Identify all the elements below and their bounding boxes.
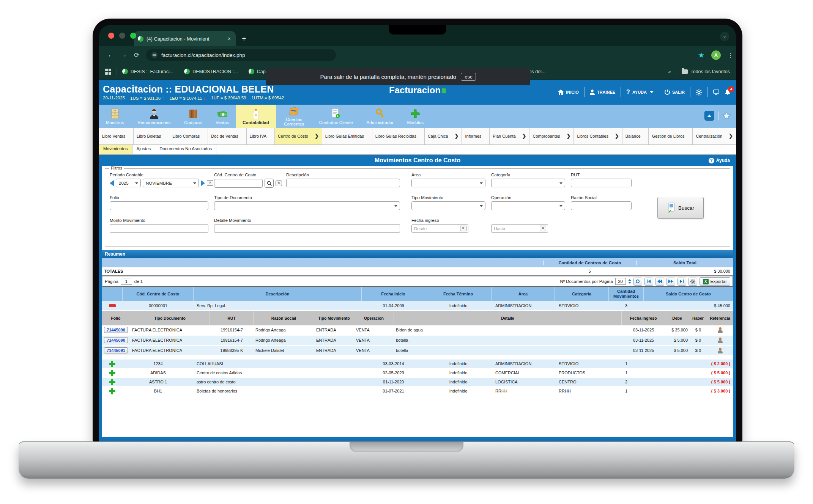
detalle-movimiento-input[interactable]: [214, 224, 400, 233]
first-page-button[interactable]: [644, 278, 653, 286]
razon-social-input[interactable]: [571, 201, 632, 210]
menu-item-contabilidad[interactable]: Contabilidad: [236, 105, 276, 128]
year-select[interactable]: 2025: [116, 179, 141, 187]
per-page-input[interactable]: [615, 278, 626, 285]
expand-row-icon[interactable]: [109, 379, 115, 385]
settings-button[interactable]: [696, 89, 702, 96]
folio-input[interactable]: [110, 201, 208, 210]
bookmark-star-icon[interactable]: ★: [698, 51, 704, 60]
menu-item-administrador[interactable]: Administrador: [360, 105, 400, 128]
menu-item-contratos-cliente[interactable]: Contratos Cliente: [312, 105, 360, 128]
close-window-button[interactable]: [108, 33, 114, 39]
operacion-select[interactable]: [491, 201, 565, 210]
ayuda-menu-button[interactable]: ? AYUDA: [626, 89, 654, 96]
subnav-centralizacion[interactable]: Centralización❯: [693, 128, 736, 144]
site-settings-icon[interactable]: [151, 52, 158, 58]
address-bar[interactable]: facturacion.cl/capacitacion/index.php: [146, 49, 336, 61]
tab-search-chevron-icon[interactable]: ⌄: [720, 32, 729, 41]
grid-settings-button[interactable]: [689, 278, 697, 286]
refresh-page-button[interactable]: [633, 278, 642, 286]
reference-user-icon[interactable]: [717, 338, 723, 343]
tab-ajustes[interactable]: Ajustes: [132, 145, 156, 154]
exportar-button[interactable]: Exportar: [700, 277, 730, 286]
expand-row-icon[interactable]: [109, 388, 115, 394]
cod-centro-input[interactable]: [214, 179, 263, 188]
collapse-row-icon[interactable]: [109, 304, 116, 307]
rut-input[interactable]: [571, 179, 632, 187]
menu-item-remuneraciones[interactable]: Remuneraciones: [131, 105, 177, 128]
reference-user-icon[interactable]: [717, 327, 723, 333]
subnav-libro-iva[interactable]: Libro IVA: [247, 128, 275, 144]
reference-user-icon[interactable]: [717, 348, 723, 353]
subnav-comprobantes[interactable]: Comprobantes❯: [529, 128, 574, 144]
subnav-plan-cuenta[interactable]: Plan Cuenta❯: [490, 128, 529, 144]
folio-button[interactable]: 71445090: [104, 337, 128, 343]
reload-icon[interactable]: ⟳: [130, 51, 143, 59]
subnav-libro-boletas[interactable]: Libro Boletas: [134, 128, 169, 144]
fullscreen-window-button[interactable]: [130, 33, 136, 39]
month-select[interactable]: NOVIEMBRE: [143, 179, 199, 187]
ayuda-link[interactable]: ? Ayuda: [709, 158, 730, 163]
user-menu-button[interactable]: TRAINEE: [590, 89, 615, 95]
last-page-button[interactable]: [678, 278, 686, 286]
favorite-star-icon[interactable]: [722, 111, 731, 120]
tipo-documento-select[interactable]: [214, 201, 400, 210]
subnav-caja-chica[interactable]: Caja Chica❯: [425, 128, 462, 144]
folio-button[interactable]: 71445090: [104, 327, 128, 333]
tab-close-icon[interactable]: ×: [227, 36, 232, 42]
next-period-icon[interactable]: [201, 180, 205, 186]
expand-row-icon[interactable]: [109, 361, 115, 367]
back-icon[interactable]: ←: [104, 51, 117, 59]
tab-movimientos[interactable]: Movimientos: [99, 145, 132, 154]
new-tab-button[interactable]: +: [242, 35, 246, 43]
bookmark-item[interactable]: DESIS :: Facturaci...: [122, 69, 173, 74]
apps-grid-icon[interactable]: [105, 69, 111, 75]
subnav-balance[interactable]: Balance: [622, 128, 649, 144]
previous-period-icon[interactable]: [110, 180, 114, 186]
subnav-gestion-de-libros[interactable]: Gestión de Libros: [649, 128, 693, 144]
subnav-libro-ventas[interactable]: Libro Ventas: [99, 128, 134, 144]
search-cod-button[interactable]: [265, 179, 274, 188]
subnav-libro-guias-emitidas[interactable]: Libro Guías Emitidas: [322, 128, 372, 144]
profile-avatar[interactable]: A: [711, 50, 721, 60]
monitor-button[interactable]: [713, 89, 719, 95]
browser-tab[interactable]: (4) Capacitacion - Movimient ×: [134, 31, 236, 46]
buscar-button[interactable]: Buscar: [657, 197, 704, 219]
subnav-centro-de-costo[interactable]: Centro de Costo❯: [275, 128, 322, 144]
clear-cod-icon[interactable]: [276, 181, 282, 186]
menu-item-maestros[interactable]: Maestros: [99, 105, 131, 128]
clear-desde-icon[interactable]: [460, 226, 466, 231]
bookmarks-overflow-chevron[interactable]: »: [668, 69, 671, 74]
all-favorites-button[interactable]: Todos los favoritos: [682, 69, 730, 74]
menu-item-ventas[interactable]: Ventas: [209, 105, 236, 128]
subnav-libro-compras[interactable]: Libro Compras: [169, 128, 208, 144]
clear-periodo-icon[interactable]: [207, 180, 213, 186]
per-page-stepper[interactable]: [628, 279, 631, 284]
collapse-menu-button[interactable]: [704, 111, 714, 121]
area-select[interactable]: [411, 179, 485, 187]
browser-menu-icon[interactable]: ⋮: [728, 54, 730, 56]
minimize-window-button[interactable]: [119, 33, 125, 39]
cost-center-row-expanded[interactable]: 00000001 Serv. Rp. Legal. 01-04-2009 Ind…: [102, 301, 733, 311]
menu-item-cuentas-corrientes[interactable]: Cuentas Corrientes: [276, 105, 312, 128]
forward-icon[interactable]: →: [117, 51, 130, 59]
monto-movimiento-input[interactable]: [110, 224, 208, 233]
page-number-input[interactable]: [121, 278, 132, 285]
next-page-button[interactable]: [666, 278, 675, 286]
expand-row-icon[interactable]: [109, 370, 115, 376]
inicio-button[interactable]: INICIO: [558, 89, 579, 95]
salir-button[interactable]: SALIR: [665, 89, 685, 95]
menu-item-modulos[interactable]: Módulos: [400, 105, 430, 128]
prev-page-button[interactable]: [655, 278, 664, 286]
tab-documentos-no-asociados[interactable]: Documentos No Asociados: [155, 145, 216, 154]
subnav-doc-de-ventas[interactable]: Doc de Ventas: [208, 128, 246, 144]
subnav-informes[interactable]: Informes: [462, 128, 490, 144]
clear-hasta-icon[interactable]: [540, 226, 546, 231]
tipo-movimiento-select[interactable]: [411, 201, 485, 210]
bookmark-item[interactable]: DEMOSTRACION :...: [184, 69, 238, 74]
descripcion-input[interactable]: [286, 179, 400, 187]
subnav-libros-contables[interactable]: Libros Contables❯: [574, 128, 622, 144]
window-controls[interactable]: [108, 33, 136, 39]
subnav-libro-guias-recibidas[interactable]: Libro Guías Recibidas: [372, 128, 425, 144]
folio-button[interactable]: 71445091: [104, 347, 128, 353]
